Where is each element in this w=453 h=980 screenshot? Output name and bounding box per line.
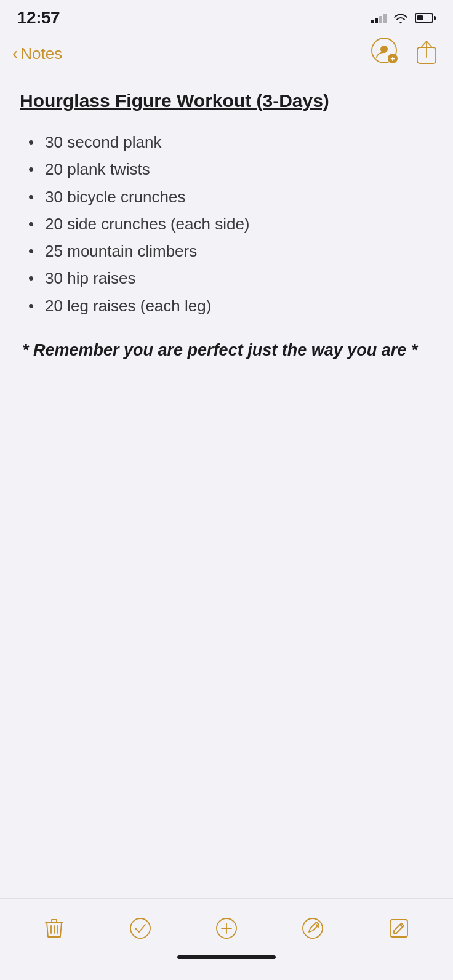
list-item: 25 mountain climbers (20, 239, 433, 263)
pen-button[interactable] (294, 910, 331, 947)
wifi-icon (393, 12, 409, 24)
back-button[interactable]: ‹ Notes (12, 44, 62, 63)
compose-icon (385, 915, 412, 942)
nav-right-icons: + (371, 37, 438, 70)
compose-button[interactable] (380, 910, 417, 947)
list-item: 20 plank twists (20, 157, 433, 181)
back-chevron-icon: ‹ (12, 45, 18, 62)
bottom-toolbar (0, 898, 453, 980)
svg-rect-7 (390, 920, 407, 937)
checkmark-button[interactable] (122, 910, 159, 947)
status-time: 12:57 (17, 8, 60, 28)
checkmark-circle-icon (127, 915, 154, 942)
home-indicator (177, 955, 276, 959)
signal-icon (371, 12, 387, 23)
status-icons (371, 12, 436, 24)
add-person-button[interactable]: + (371, 37, 401, 70)
list-item: 30 hip raises (20, 266, 433, 290)
pen-circle-icon (299, 915, 326, 942)
toolbar-icons (0, 910, 453, 947)
note-title: Hourglass Figure Workout (3-Days) (20, 89, 433, 113)
trash-icon (41, 915, 68, 942)
add-person-icon: + (371, 37, 401, 68)
workout-list: 30 second plank 20 plank twists 30 bicyc… (20, 130, 433, 318)
list-item: 30 bicycle crunches (20, 185, 433, 209)
back-label: Notes (20, 44, 62, 63)
svg-text:+: + (390, 54, 395, 63)
svg-point-6 (303, 918, 323, 938)
list-item: 30 second plank (20, 130, 433, 154)
nav-bar: ‹ Notes + (0, 32, 453, 78)
plus-circle-icon (213, 915, 240, 942)
status-bar: 12:57 (0, 0, 453, 32)
share-button[interactable] (415, 39, 438, 68)
list-item: 20 side crunches (each side) (20, 212, 433, 236)
battery-icon (415, 13, 436, 23)
trash-button[interactable] (36, 910, 73, 947)
svg-point-4 (130, 918, 150, 938)
reminder-text: * Remember you are perfect just the way … (20, 338, 433, 363)
list-item: 20 leg raises (each leg) (20, 293, 433, 318)
plus-button[interactable] (208, 910, 245, 947)
note-content: Hourglass Figure Workout (3-Days) 30 sec… (0, 78, 453, 375)
share-icon (415, 39, 438, 66)
